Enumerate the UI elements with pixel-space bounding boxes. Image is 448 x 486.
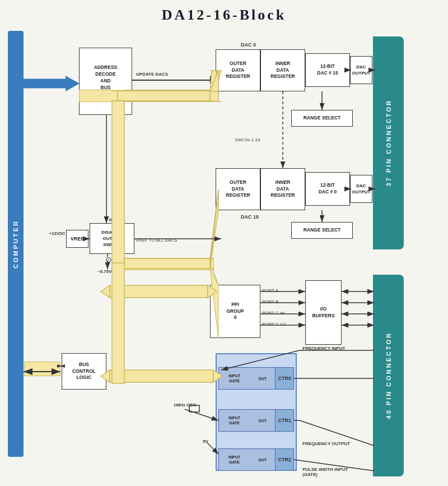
update-dacs-label: UPDATE DACS <box>136 72 168 77</box>
svg-line-43 <box>185 409 218 420</box>
port-c-hi-label: PORT C HI <box>262 311 284 316</box>
ctr1-out-label: OUT <box>250 418 275 424</box>
svg-rect-54 <box>110 370 213 382</box>
ctr2-label: CTR2 <box>275 449 293 470</box>
ctr1-label: CTR1 <box>275 410 293 431</box>
bit12-bot: 12-BITDAC # 0 <box>305 172 350 206</box>
main-input-arrow <box>24 76 80 91</box>
svg-marker-52 <box>101 285 110 298</box>
svg-rect-51 <box>110 285 208 298</box>
range-select-top: RANGE SELECT <box>291 110 353 127</box>
pulse-width-label: PULSE WIDTH INPUT(GATE) <box>302 467 348 477</box>
ppi-box: PPIGROUP0 <box>210 285 260 338</box>
update-dacs-line <box>132 80 213 81</box>
computer-bar-label: COMPUTER <box>12 220 19 269</box>
yellow-bus-h3 <box>112 258 214 270</box>
fivev-label: 5V <box>203 439 208 444</box>
ctr2-out-label: OUT <box>250 457 275 463</box>
range-select-bot: RANGE SELECT <box>291 222 353 239</box>
inner-reg-top: INNERDATAREGISTER <box>260 49 305 91</box>
computer-bar: COMPUTER <box>8 31 24 457</box>
dac15-label: DAC 15 <box>241 214 259 220</box>
ctr0-row: INPUTGATE OUT CTR0 <box>218 367 294 390</box>
ctr0-input-gate: INPUTGATE <box>219 372 250 385</box>
ctr2-row: INPUTGATE OUT CTR2 <box>218 448 294 471</box>
page-title: DA12-16-Block <box>0 0 448 24</box>
osc-label: 1MHz OSC <box>174 402 196 408</box>
connector-37-text: 37 PIN CONNECTOR <box>385 99 392 186</box>
outer-reg-top: OUTERDATAREGISTER <box>216 49 260 91</box>
ctr0-out-label: OUT <box>250 376 275 382</box>
yellow-bus-h <box>79 90 213 102</box>
dac-output-top: DACOUTPUT <box>350 56 372 84</box>
connector-40-text: 40 PIN CONNECTOR <box>385 332 392 419</box>
reset-label: RESET <box>109 217 124 223</box>
bus-double-arrow <box>24 362 60 376</box>
port-b-label: PORT B <box>262 299 279 304</box>
neg75v-label: ~0.75V <box>97 269 112 274</box>
connector-40: 40 PIN CONNECTOR <box>373 275 404 476</box>
disable-output-switch-box: DISABLE-OUTPUTSWITCH <box>90 223 134 254</box>
plus12vdc-label: +12VDC <box>49 231 66 236</box>
ctr1-row: INPUTGATE OUT CTR1 <box>218 409 294 432</box>
update-dacs-arrow <box>210 76 216 84</box>
port-c-lo-label: PORT C LO <box>262 322 286 327</box>
svg-rect-57 <box>112 263 124 383</box>
vref-box: VREF <box>66 230 88 248</box>
switch-symbol: ⊙ <box>105 255 112 264</box>
bus-control-box: BUSCONTROLLOGIC <box>62 353 106 390</box>
diagram-container: DA12-16-Block COMPUTER ADDRESSDECODEANDB… <box>0 0 448 486</box>
outer-reg-bot: OUTERDATAREGISTER <box>216 168 260 210</box>
inner-reg-bot: INNERDATAREGISTER <box>260 168 305 210</box>
connector-37: 37 PIN CONNECTOR <box>373 36 404 249</box>
freq-input-label: FREQUENCY INPUT <box>302 346 345 351</box>
ctr2-input-gate: INPUTGATE <box>219 453 250 466</box>
io-buffers-box: I/OBUFFERS <box>305 280 342 345</box>
dac0-label: DAC 0 <box>241 42 256 48</box>
freq-output-label: FREQUENCY OUTPUT <box>302 441 350 446</box>
bit12-top: 12-BITDAC # 15 <box>305 53 350 87</box>
ctr1-input-gate: INPUTGATE <box>219 414 250 427</box>
dacs-1-14-label: DACSs 1-14 <box>235 137 260 142</box>
ctr0-label: CTR0 <box>275 368 293 389</box>
dac-output-bot: DACOUTPUT <box>350 175 372 203</box>
port-a-label: PORT A <box>262 288 278 293</box>
vref-to-dacs-label: VREF TO ALL DACS <box>136 238 178 243</box>
